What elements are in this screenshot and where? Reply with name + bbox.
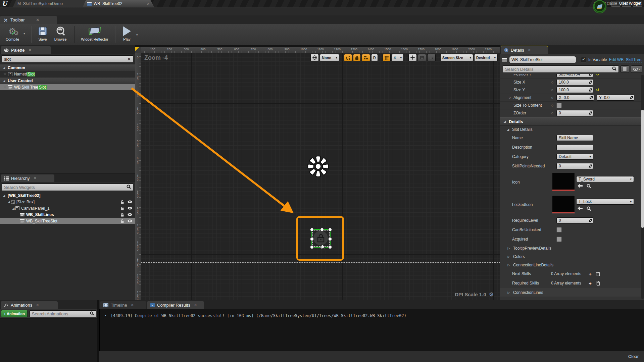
lock-open-icon[interactable] <box>120 206 124 210</box>
details-category-connectionlinedetails[interactable]: ▷ConnectionLineDetails <box>500 261 644 269</box>
skillpointsneeded-input[interactable]: 0 <box>556 163 593 169</box>
size-x-input[interactable]: 100.0 <box>556 79 593 85</box>
value-spinner-icon[interactable] <box>589 165 592 168</box>
fill-rule-dropdown[interactable]: Desired▾ <box>474 54 498 61</box>
expander-icon[interactable]: ◢ <box>2 79 6 83</box>
hierarchy-search-input[interactable]: Search Widgets <box>2 184 133 191</box>
value-spinner-icon[interactable] <box>589 219 592 222</box>
localization-preview-button[interactable] <box>310 54 319 61</box>
selected-widget-bounds[interactable] <box>311 229 331 248</box>
position-y-input[interactable]: 383.483764 <box>556 74 593 77</box>
details-category-tooltippreviewdetails[interactable]: ▷TooltipPreviewDetails <box>500 244 644 252</box>
palette-search-input[interactable]: slot ✕ <box>2 55 133 63</box>
dpi-scale-indicator[interactable]: DPI Scale 1.0⚙ <box>455 291 494 298</box>
timeline-tab[interactable]: Timeline ✕ <box>100 301 146 309</box>
hierarchy-row-canvaspanel_1[interactable]: ◢CanvasPanel_1 <box>0 205 135 211</box>
hierarchy-row-wb_skilllines[interactable]: WB_SkillLines <box>0 211 135 218</box>
hierarchy-row-wb_skilltreeslot[interactable]: WB_SkillTreeSlot <box>0 218 135 224</box>
expander-icon[interactable]: ◢ <box>2 194 6 197</box>
palette-item-named-slot[interactable]: ☆*Named Slot <box>0 71 135 77</box>
compile-options-caret[interactable]: ▾ <box>23 32 25 35</box>
transform-mode-button[interactable] <box>408 54 417 61</box>
expander-icon[interactable]: ▷ <box>507 263 511 267</box>
eye-icon[interactable] <box>128 200 132 203</box>
palette-section-common[interactable]: ◢Common <box>0 64 135 71</box>
add-element-icon[interactable]: + <box>589 271 592 277</box>
size-to-content-checkbox[interactable] <box>556 103 562 108</box>
expander-icon[interactable]: ◢ <box>7 200 11 204</box>
use-selected-asset-icon[interactable] <box>578 184 583 188</box>
respect-locks-button[interactable] <box>362 54 370 61</box>
alignment-y-input[interactable]: Y 0.0 <box>597 95 634 101</box>
value-spinner-icon[interactable] <box>589 89 592 92</box>
browse-button[interactable]: Browse <box>51 25 70 41</box>
name-input[interactable]: Skill Name <box>556 135 593 141</box>
acquired-checkbox[interactable] <box>556 237 562 242</box>
compiler-log[interactable]: • [4409.19] Compile of WB_SkillTree02 su… <box>99 309 644 352</box>
size-y-input[interactable]: 100.0 <box>556 87 593 93</box>
add-animation-button[interactable]: + Animation <box>1 310 28 317</box>
palette-section-user-created[interactable]: ◢User Created <box>0 77 135 84</box>
resize-handle[interactable] <box>328 245 332 249</box>
lock-widgets-button[interactable] <box>353 54 361 61</box>
clear-log-button[interactable]: Clear <box>628 354 639 359</box>
close-icon[interactable]: ✕ <box>194 303 197 307</box>
value-spinner-icon[interactable] <box>589 74 592 76</box>
save-button[interactable]: Save <box>35 25 50 41</box>
expander-icon[interactable]: ▷ <box>508 96 512 99</box>
details-tab[interactable]: i Details ✕ <box>501 46 548 54</box>
icon-asset-dropdown[interactable]: T_Sword▾ <box>576 176 634 182</box>
value-spinner-icon[interactable] <box>589 81 592 84</box>
zorder-input[interactable]: 0 <box>556 110 593 116</box>
hierarchy-row-size box[interactable]: ◢[Size Box] <box>0 199 135 205</box>
lockedicon-asset-dropdown[interactable]: T_Lock▾ <box>576 199 634 205</box>
add-element-icon[interactable]: + <box>589 280 592 286</box>
property-row-position-y[interactable]: Position Y 383.483764↺ <box>500 74 644 78</box>
animations-tab[interactable]: Animations ✕ <box>1 301 58 309</box>
hierarchy-tab[interactable]: Hierarchy ✕ <box>1 174 54 182</box>
reset-to-default-icon[interactable]: ↺ <box>596 74 599 76</box>
localization-dropdown[interactable]: None▾ <box>320 54 339 61</box>
designer-canvas[interactable]: 1002003004005006007008009001000110012001… <box>135 45 500 300</box>
screen-size-dropdown[interactable]: Screen Size▾ <box>440 54 473 61</box>
favorite-star-icon[interactable]: ☆ <box>3 85 7 89</box>
eye-icon[interactable] <box>128 213 132 216</box>
details-category-connectionlines[interactable]: ▷ConnectionLines <box>500 288 644 297</box>
close-icon[interactable]: ✕ <box>34 176 37 180</box>
compile-button[interactable]: ⚙⚙✓ Compile <box>2 25 23 41</box>
requiredlevel-input[interactable]: 0 <box>556 217 593 223</box>
edit-widget-link[interactable]: Edit WB_SkillTree... <box>609 57 643 62</box>
expander-icon[interactable]: ◢ <box>506 128 510 131</box>
compiler-results-tab[interactable]: >_ Compiler Results ✕ <box>147 301 204 309</box>
hierarchy-row-wb_skilltree02[interactable]: ◢[WB_SkillTree02] <box>0 192 135 199</box>
animations-list-empty[interactable] <box>0 319 97 362</box>
play-button[interactable]: Play <box>118 25 136 41</box>
close-icon[interactable]: ✕ <box>28 48 31 52</box>
close-tab-icon[interactable]: ✕ <box>147 2 150 6</box>
display-filter-button[interactable]: ▾ <box>631 65 642 73</box>
close-icon[interactable]: ✕ <box>528 48 531 52</box>
lock-closed-icon[interactable] <box>120 213 124 217</box>
reset-to-default-icon[interactable]: ↺ <box>596 88 599 92</box>
r-toggle-button[interactable]: R <box>371 54 378 61</box>
close-icon[interactable]: ✕ <box>36 303 39 307</box>
widget-name-input[interactable]: WB_SkillTreeSlot <box>509 56 576 63</box>
flip-preview-button[interactable] <box>427 54 436 61</box>
trash-icon[interactable] <box>596 281 600 286</box>
alignment-x-input[interactable]: X 0.0 <box>556 95 594 101</box>
preview-background-button[interactable] <box>418 54 426 61</box>
expander-icon[interactable]: ▷ <box>507 291 511 294</box>
resize-handle[interactable] <box>328 228 332 231</box>
details-section-header[interactable]: ◢Details <box>500 117 644 126</box>
close-icon[interactable]: ✕ <box>131 303 134 307</box>
doc-tab-demo[interactable]: M_SkillTreeSystemDemo <box>13 0 89 7</box>
browse-to-asset-icon[interactable] <box>587 184 591 188</box>
close-icon[interactable]: ✕ <box>36 17 40 22</box>
parent-class-link[interactable]: User Widget <box>619 1 641 6</box>
animations-search-input[interactable]: Search Animations <box>30 310 96 317</box>
lock-open-icon[interactable] <box>120 200 124 204</box>
palette-tab[interactable]: Palette ✕ <box>1 46 51 54</box>
doc-tab-skilltree02[interactable]: WB_SkillTree02 ✕ <box>83 0 154 7</box>
eye-icon[interactable] <box>128 219 132 222</box>
icon-thumbnail[interactable] <box>552 173 575 191</box>
